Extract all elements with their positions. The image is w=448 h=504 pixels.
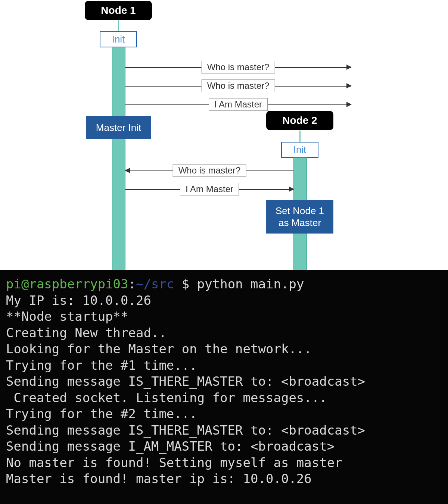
- message-i-am-master-1: I Am Master: [125, 97, 351, 112]
- terminal-prompt-dollar: $: [174, 276, 197, 291]
- message-who-is-master-3: Who is master?: [125, 163, 293, 178]
- terminal-line: Master is found! master ip is: 10.0.0.26: [6, 471, 312, 486]
- terminal-line: Sending message IS_THERE_MASTER to: <bro…: [6, 423, 365, 438]
- message-i-am-master-2: I Am Master: [125, 182, 293, 197]
- terminal-line: No master is found! Setting myself as ma…: [6, 455, 342, 470]
- terminal-line: Looking for the Master on the network...: [6, 341, 312, 356]
- node2-init-box: Init: [281, 142, 318, 158]
- terminal-line: Sending message I_AM_MASTER to: <broadca…: [6, 439, 335, 454]
- node2-lifeline-top: [299, 131, 301, 142]
- node1-lifeline-top: [118, 20, 119, 31]
- message-label: I Am Master: [180, 183, 239, 195]
- sequence-diagram: Node 1 Init Node 2 Init Who is master? W…: [0, 0, 448, 270]
- terminal-prompt-user: pi@raspberrypi03: [6, 276, 128, 291]
- message-label: Who is master?: [173, 164, 246, 177]
- terminal-line: My IP is: 10.0.0.26: [6, 293, 151, 308]
- terminal-line: Trying for the #1 time...: [6, 358, 197, 373]
- terminal-output: pi@raspberrypi03:~/src $ python main.py …: [0, 270, 448, 504]
- message-who-is-master-2: Who is master?: [125, 78, 351, 93]
- terminal-line: Creating New thread..: [6, 325, 167, 340]
- terminal-line: Trying for the #2 time...: [6, 406, 197, 421]
- node1-init-box: Init: [100, 31, 137, 47]
- message-label: Who is master?: [202, 61, 275, 73]
- terminal-prompt-sep: :: [128, 276, 136, 291]
- terminal-command: python main.py: [197, 276, 304, 291]
- message-who-is-master-1: Who is master?: [125, 60, 351, 75]
- node1-header: Node 1: [85, 1, 152, 20]
- terminal-line: **Node startup**: [6, 309, 128, 324]
- message-label: Who is master?: [202, 79, 275, 92]
- terminal-prompt-path: ~/src: [136, 276, 174, 291]
- master-init-box: Master Init: [86, 116, 151, 139]
- node2-header: Node 2: [266, 111, 333, 130]
- set-master-box: Set Node 1 as Master: [266, 200, 333, 234]
- message-label: I Am Master: [209, 98, 268, 111]
- terminal-line: Sending message IS_THERE_MASTER to: <bro…: [6, 374, 365, 389]
- terminal-line: Created socket. Listening for messages..…: [6, 390, 327, 405]
- node1-activation: [112, 47, 125, 270]
